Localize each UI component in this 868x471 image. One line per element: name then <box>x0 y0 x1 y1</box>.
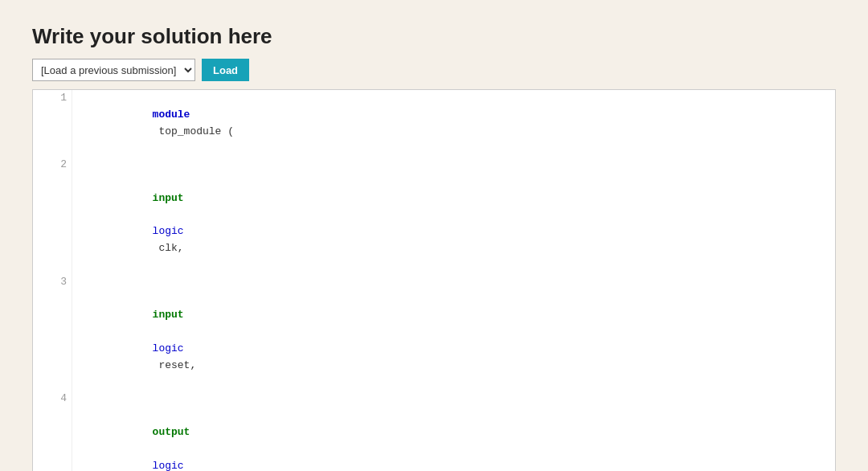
code-text <box>153 209 159 221</box>
table-row: 2 input logic clk, <box>33 157 835 274</box>
code-line: input logic clk, <box>72 157 835 274</box>
code-text <box>153 175 178 187</box>
code-text <box>153 443 159 455</box>
submission-select[interactable]: [Load a previous submission] <box>32 59 195 81</box>
line-num: 2 <box>33 157 72 274</box>
line-num: 3 <box>33 274 72 391</box>
line-num: 1 <box>33 90 72 157</box>
type-logic: logic <box>153 342 184 354</box>
code-text <box>153 326 159 338</box>
code-table: 1 module top_module ( 2 input logic c <box>33 90 835 471</box>
page-title: Write your solution here <box>32 24 836 49</box>
code-line: output logic OneHertz, <box>72 391 835 471</box>
line-num: 4 <box>33 391 72 471</box>
code-text <box>153 293 178 305</box>
keyword-output: output <box>153 426 190 438</box>
code-line: module top_module ( <box>72 90 835 157</box>
code-text: top_module ( <box>153 125 234 137</box>
code-line: input logic reset, <box>72 274 835 391</box>
keyword-module: module <box>153 109 190 121</box>
type-logic: logic <box>153 225 184 237</box>
load-button[interactable]: Load <box>202 59 249 81</box>
table-row: 1 module top_module ( <box>33 90 835 157</box>
code-text: clk, <box>153 242 184 254</box>
keyword-input: input <box>153 192 184 204</box>
main-container: Write your solution here [Load a previou… <box>16 16 852 471</box>
keyword-input: input <box>153 309 184 321</box>
table-row: 4 output logic OneHertz, <box>33 391 835 471</box>
code-text: reset, <box>153 359 197 371</box>
toolbar: [Load a previous submission] Load <box>32 59 836 81</box>
code-editor[interactable]: 1 module top_module ( 2 input logic c <box>32 89 836 471</box>
code-text <box>153 409 178 421</box>
table-row: 3 input logic reset, <box>33 274 835 391</box>
type-logic: logic <box>153 460 184 471</box>
